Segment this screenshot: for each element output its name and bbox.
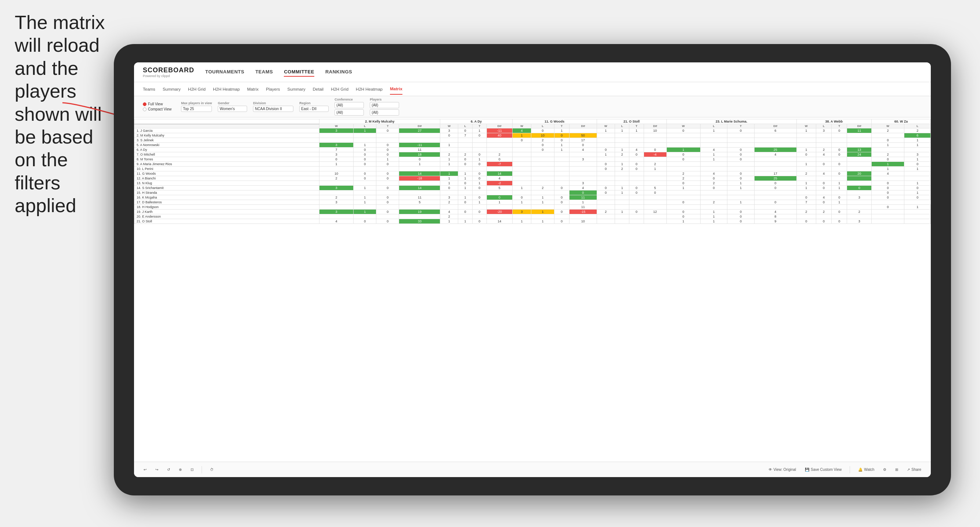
conference-select1[interactable]: (All) — [334, 102, 364, 108]
full-view-option[interactable]: Full View — [143, 102, 172, 106]
subnav-summary2[interactable]: Summary — [288, 84, 305, 94]
cell: 11 — [399, 195, 440, 200]
player-name: 18. H Hodgson — [134, 205, 320, 210]
redo-button[interactable]: ↪ — [153, 466, 161, 473]
cell: 1 — [832, 181, 847, 186]
cell — [832, 167, 847, 171]
matrix-table: 2. M Kelly Mulcahy 6. A Dy 11. G Woods 2… — [134, 119, 931, 224]
subnav-h2h-heatmap2[interactable]: H2H Heatmap — [356, 84, 383, 94]
cell: 0 — [440, 186, 458, 190]
logo-area: SCOREBOARD Powered by clippd — [143, 67, 194, 78]
cell: 1 — [727, 200, 754, 205]
cell — [629, 219, 644, 224]
cell: 0 — [871, 186, 904, 190]
cell — [700, 133, 727, 138]
cell: 0 — [727, 176, 754, 181]
save-custom-button[interactable]: 💾 Save Custom View — [803, 466, 844, 473]
zoom-button[interactable]: ⊕ — [177, 466, 184, 473]
subnav-summary[interactable]: Summary — [163, 84, 181, 94]
cell: 0 — [353, 176, 376, 181]
cell: 1 — [871, 167, 904, 171]
cell — [871, 148, 904, 152]
gender-filter: Gender Women's — [218, 101, 247, 112]
timer-button[interactable]: ⏱ — [208, 466, 216, 473]
cell — [615, 181, 629, 186]
subnav-detail[interactable]: Detail — [313, 84, 323, 94]
cell — [904, 148, 931, 152]
subnav-matrix[interactable]: Matrix — [247, 84, 258, 94]
cell — [487, 190, 512, 195]
sh-l1: L — [353, 124, 376, 129]
cell: 40 — [487, 133, 512, 138]
cell — [472, 167, 487, 171]
cell — [615, 138, 629, 143]
undo-button[interactable]: ↩ — [142, 466, 149, 473]
refresh-button[interactable]: ↺ — [165, 466, 172, 473]
cell — [531, 214, 554, 219]
region-select[interactable]: East - DII — [299, 106, 329, 112]
cell — [399, 133, 440, 138]
players-select1[interactable]: (All) — [370, 102, 399, 108]
division-select[interactable]: NCAA Division II — [253, 106, 293, 112]
view-original-button[interactable]: 👁 View: Original — [766, 466, 799, 473]
conference-select2[interactable]: (All) — [334, 110, 364, 116]
subnav-teams[interactable]: Teams — [143, 84, 155, 94]
sh-d6: Dif — [847, 124, 871, 129]
subnav-h2h-grid2[interactable]: H2H Grid — [331, 84, 348, 94]
compact-view-option[interactable]: Compact View — [143, 107, 172, 111]
cell — [554, 176, 569, 181]
cell: 2 — [796, 171, 816, 176]
cell: 0 — [832, 129, 847, 133]
nav-tournaments[interactable]: TOURNAMENTS — [205, 68, 244, 77]
header-player-col — [134, 119, 320, 124]
subnav-h2h-heatmap[interactable]: H2H Heatmap — [213, 84, 240, 94]
col-header-za: 60. W Za — [871, 119, 931, 124]
settings-button[interactable]: ⚙ — [881, 466, 889, 473]
cell — [569, 162, 597, 167]
sh-w5: W — [667, 124, 700, 129]
cell: 1 — [796, 148, 816, 152]
expand-button[interactable]: ⊡ — [188, 466, 196, 473]
subnav-h2h-grid[interactable]: H2H Grid — [188, 84, 205, 94]
subnav-matrix2[interactable]: Matrix — [390, 84, 402, 95]
cell: 2 — [531, 138, 554, 143]
cell — [458, 143, 473, 148]
cell — [700, 205, 727, 210]
share-button[interactable]: ↗ Share — [905, 466, 923, 473]
matrix-area[interactable]: 2. M Kelly Mulcahy 6. A Dy 11. G Woods 2… — [134, 117, 931, 462]
cell — [569, 129, 597, 133]
compact-view-radio[interactable] — [143, 108, 146, 111]
nav-teams[interactable]: TEAMS — [255, 68, 273, 77]
full-view-radio[interactable] — [143, 102, 146, 106]
cell — [904, 214, 931, 219]
cell: 2 — [644, 162, 667, 167]
cell: 3 — [512, 210, 531, 214]
cell — [319, 214, 353, 219]
nav-rankings[interactable]: RANKINGS — [325, 68, 352, 77]
sh-w7: W — [871, 124, 904, 129]
cell: 14 — [399, 186, 440, 190]
players-select2[interactable]: (All) — [370, 110, 399, 116]
nav-links: TOURNAMENTS TEAMS COMMITTEE RANKINGS — [205, 68, 352, 77]
watch-button[interactable]: 🔔 Watch — [856, 466, 877, 473]
cell — [816, 205, 831, 210]
cell — [700, 162, 727, 167]
max-players-select[interactable]: Top 25 — [181, 106, 212, 112]
grid-button[interactable]: ⊞ — [893, 466, 900, 473]
gender-select[interactable]: Women's — [218, 106, 247, 112]
cell — [487, 214, 512, 219]
cell: 2 — [615, 167, 629, 171]
cell — [512, 157, 531, 162]
subnav-players[interactable]: Players — [266, 84, 280, 94]
cell: 1 — [472, 181, 487, 186]
cell — [569, 171, 597, 176]
table-row: 16. K Mcgaha 2 1 0 11 3 1 0 0 0 1 0 11 — [134, 195, 931, 200]
cell — [816, 190, 831, 195]
cell — [871, 176, 904, 181]
cell: 0 — [754, 200, 796, 205]
cell: 1 — [512, 186, 531, 190]
cell: 4 — [816, 171, 831, 176]
nav-committee[interactable]: COMMITTEE — [284, 68, 314, 77]
cell — [353, 167, 376, 171]
cell — [531, 171, 554, 176]
